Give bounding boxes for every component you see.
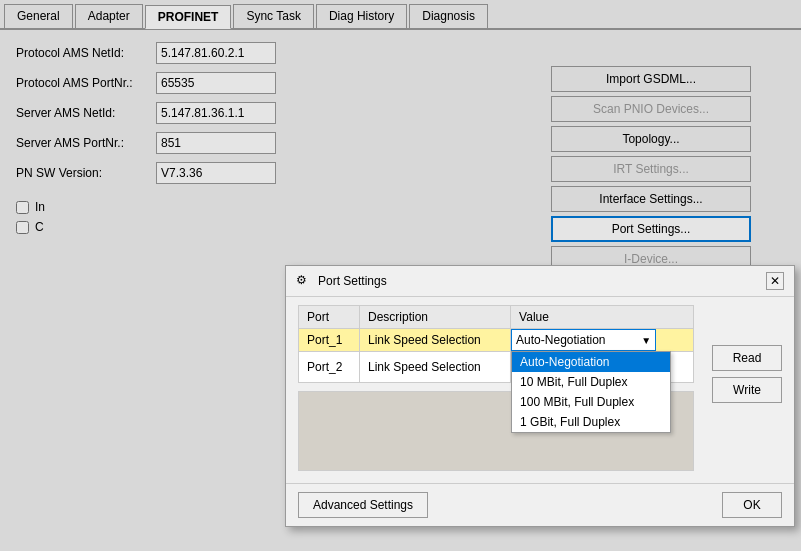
- col-header-description: Description: [359, 306, 510, 329]
- dropdown-option-auto[interactable]: Auto-Negotiation: [512, 352, 670, 372]
- port-settings-modal: ⚙ Port Settings ✕ Port Description Value: [285, 265, 795, 527]
- dropdown-list-1: Auto-Negotiation 10 MBit, Full Duplex 10…: [511, 351, 671, 433]
- cell-port-1: Port_1: [299, 329, 360, 352]
- modal-footer: Advanced Settings OK: [286, 483, 794, 526]
- btn-advanced-settings[interactable]: Advanced Settings: [298, 492, 428, 518]
- modal-title: Port Settings: [318, 274, 387, 288]
- chevron-down-icon: ▼: [641, 335, 651, 346]
- dropdown-display-1[interactable]: Auto-Negotiation ▼: [511, 329, 656, 351]
- col-header-port: Port: [299, 306, 360, 329]
- dropdown-option-100mbit[interactable]: 100 MBit, Full Duplex: [512, 392, 670, 412]
- dropdown-option-1gbit[interactable]: 1 GBit, Full Duplex: [512, 412, 670, 432]
- dropdown-value-1: Auto-Negotiation: [516, 333, 605, 347]
- dropdown-option-10mbit[interactable]: 10 MBit, Full Duplex: [512, 372, 670, 392]
- modal-icon: ⚙: [296, 273, 312, 289]
- dropdown-container-1: Auto-Negotiation ▼ Auto-Negotiation 10 M…: [511, 329, 656, 351]
- cell-port-2: Port_2: [299, 352, 360, 383]
- modal-body: Port Description Value Port_1 Link Speed…: [286, 297, 794, 479]
- modal-titlebar-left: ⚙ Port Settings: [296, 273, 387, 289]
- btn-read[interactable]: Read: [712, 345, 782, 371]
- btn-ok[interactable]: OK: [722, 492, 782, 518]
- modal-titlebar: ⚙ Port Settings ✕: [286, 266, 794, 297]
- table-row: Port_1 Link Speed Selection Auto-Negotia…: [299, 329, 694, 352]
- col-header-value: Value: [511, 306, 694, 329]
- main-window: General Adapter PROFINET Sync Task Diag …: [0, 0, 801, 551]
- modal-right-buttons: Read Write: [712, 345, 782, 403]
- port-table: Port Description Value Port_1 Link Speed…: [298, 305, 694, 383]
- cell-description-2: Link Speed Selection: [359, 352, 510, 383]
- cell-description-1: Link Speed Selection: [359, 329, 510, 352]
- modal-close-button[interactable]: ✕: [766, 272, 784, 290]
- btn-write[interactable]: Write: [712, 377, 782, 403]
- cell-value-1[interactable]: Auto-Negotiation ▼ Auto-Negotiation 10 M…: [511, 329, 694, 352]
- table-header-row: Port Description Value: [299, 306, 694, 329]
